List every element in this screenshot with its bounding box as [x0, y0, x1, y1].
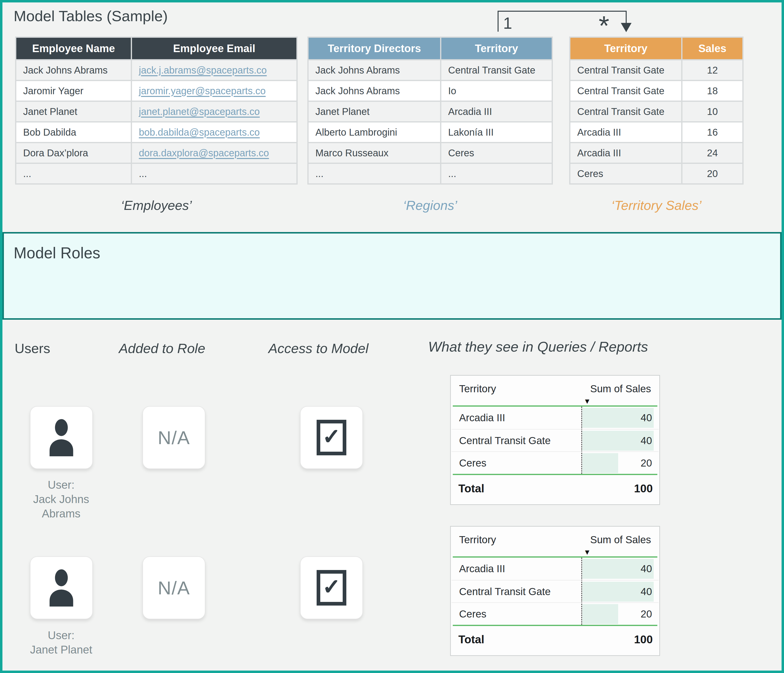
email-link[interactable]: janet.planet@spaceparts.co: [139, 106, 260, 117]
table-cell: bob.dabilda@spaceparts.co: [132, 123, 296, 142]
table-cell: Alberto Lambrogini: [309, 123, 440, 142]
regions-table: Territory Directors Territory Jack Johns…: [307, 37, 553, 185]
report-territory: Arcadia III: [459, 407, 505, 429]
table-caption-regions: ‘Regions’: [307, 198, 553, 213]
table-cell: Dora Dax’plora: [16, 143, 131, 163]
user-card: [30, 406, 93, 469]
checkbox-checked-icon: ✓: [317, 420, 346, 455]
email-link[interactable]: jaromir.yager@spaceparts.co: [139, 85, 266, 96]
report-territory: Arcadia III: [459, 558, 505, 580]
table-cell: 18: [683, 81, 742, 101]
column-header: Employee Name: [16, 38, 131, 59]
user-icon: [43, 569, 79, 607]
report-total-value: 100: [634, 628, 653, 650]
report-territory: Ceres: [459, 603, 486, 625]
user-label: User: Janet Planet: [10, 628, 112, 657]
report-col-territory: Territory: [459, 534, 496, 546]
column-header: Territory Directors: [309, 38, 440, 59]
table-caption-territory-sales: ‘Territory Sales’: [569, 198, 744, 213]
report-total-label: Total: [458, 628, 484, 650]
role-na-label: N/A: [158, 577, 190, 598]
table-cell: 20: [683, 164, 742, 183]
table-cell: Arcadia III: [570, 123, 681, 142]
table-cell: Bob Dabilda: [16, 123, 131, 142]
relationship-connector-line: [498, 11, 499, 32]
report-row: Arcadia III 40: [451, 558, 659, 580]
table-cell: Io: [441, 81, 552, 101]
employees-table: Employee Name Employee Email Jack Johns …: [15, 37, 298, 185]
table-cell: Arcadia III: [441, 102, 552, 121]
sort-desc-icon: ▼: [583, 397, 591, 406]
report-table: Territory Sum of Sales ▼ Arcadia III 40 …: [450, 375, 660, 505]
role-card: N/A: [143, 406, 205, 469]
report-row: Central Transit Gate 40: [451, 429, 659, 452]
report-row: Central Transit Gate 40: [451, 580, 659, 603]
table-cell: Jack Johns Abrams: [309, 61, 440, 80]
report-value: 40: [641, 580, 652, 603]
relationship-many-label: *: [599, 12, 609, 39]
email-link[interactable]: bob.dabilda@spaceparts.co: [139, 127, 260, 138]
table-cell: Jack Johns Abrams: [16, 61, 131, 80]
report-col-territory: Territory: [459, 383, 496, 395]
table-cell: janet.planet@spaceparts.co: [132, 102, 296, 121]
table-cell: 24: [683, 143, 742, 163]
table-cell: 12: [683, 61, 742, 80]
model-roles-band: [2, 232, 782, 320]
report-total-value: 100: [634, 477, 653, 499]
table-cell: Jack Johns Abrams: [309, 81, 440, 101]
report-territory: Ceres: [459, 452, 486, 474]
report-divider: [453, 625, 657, 626]
table-caption-employees: ‘Employees’: [15, 198, 298, 213]
table-cell: Arcadia III: [570, 143, 681, 163]
table-cell: ...: [132, 164, 296, 183]
user-icon: [43, 418, 79, 457]
report-value: 40: [641, 558, 652, 580]
territory-sales-table: Territory Sales Central Transit Gate 12 …: [569, 37, 744, 185]
report-total-label: Total: [458, 477, 484, 499]
table-cell: Central Transit Gate: [570, 81, 681, 101]
report-table: Territory Sum of Sales ▼ Arcadia III 40 …: [450, 526, 660, 656]
reports-header: What they see in Queries / Reports: [428, 339, 648, 355]
table-cell: Ceres: [570, 164, 681, 183]
report-value: 20: [641, 603, 652, 625]
user-card: [30, 556, 93, 619]
table-cell: jack.j.abrams@spaceparts.co: [132, 61, 296, 80]
check-mark-icon: ✓: [322, 424, 341, 449]
column-header: Territory: [441, 38, 552, 59]
page-title: Model Tables (Sample): [14, 7, 168, 25]
table-cell: ...: [16, 164, 131, 183]
report-row: Ceres 20: [451, 602, 659, 625]
table-cell: jaromir.yager@spaceparts.co: [132, 81, 296, 101]
column-header: Sales: [683, 38, 742, 59]
report-col-sum: Sum of Sales: [590, 534, 651, 546]
table-cell: ...: [441, 164, 552, 183]
table-cell: Marco Russeaux: [309, 143, 440, 163]
table-cell: 16: [683, 123, 742, 142]
table-cell: Lakonía III: [441, 123, 552, 142]
report-value: 20: [641, 452, 652, 474]
email-link[interactable]: dora.daxplora@spaceparts.co: [139, 148, 269, 159]
table-cell: Central Transit Gate: [570, 102, 681, 121]
report-territory: Central Transit Gate: [459, 580, 551, 603]
checkbox-checked-icon: ✓: [317, 570, 346, 606]
check-mark-icon: ✓: [322, 574, 341, 599]
report-value: 40: [641, 429, 652, 452]
report-row: Ceres 20: [451, 451, 659, 474]
table-cell: Janet Planet: [16, 102, 131, 121]
column-header: Territory: [570, 38, 681, 59]
role-na-label: N/A: [158, 427, 190, 448]
report-col-sum: Sum of Sales: [590, 383, 651, 395]
table-cell: 10: [683, 102, 742, 121]
relationship-connector-line: [626, 11, 627, 23]
email-link[interactable]: jack.j.abrams@spaceparts.co: [139, 65, 267, 76]
table-cell: Jaromir Yager: [16, 81, 131, 101]
access-card: ✓: [300, 556, 363, 619]
data-bar: [582, 453, 618, 473]
data-bar: [582, 604, 618, 624]
table-cell: Central Transit Gate: [441, 61, 552, 80]
table-cell: Ceres: [441, 143, 552, 163]
table-cell: dora.daxplora@spaceparts.co: [132, 143, 296, 163]
table-cell: Central Transit Gate: [570, 61, 681, 80]
report-row: Arcadia III 40: [451, 407, 659, 429]
model-security-diagram: Model Tables (Sample) 1 * Employee Name …: [0, 0, 784, 673]
